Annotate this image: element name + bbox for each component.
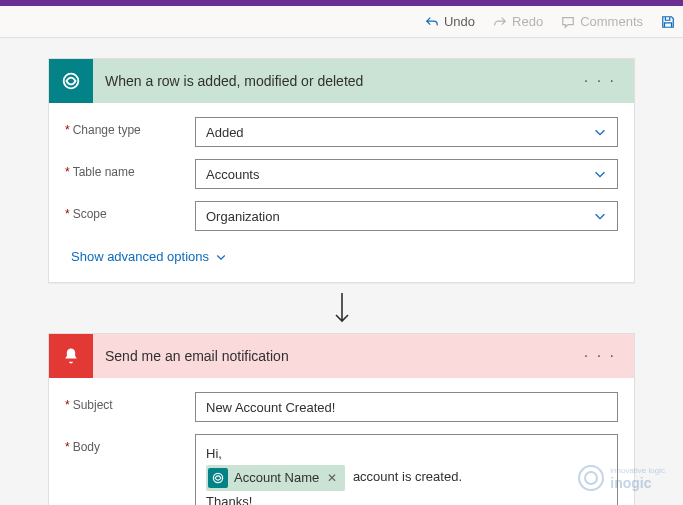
action-menu-button[interactable]: · · · [582, 343, 618, 369]
trigger-header[interactable]: When a row is added, modified or deleted… [49, 59, 634, 103]
undo-icon [425, 15, 439, 29]
arrow-down-icon [332, 291, 352, 325]
action-body: *Subject New Account Created! *Body Hi, [49, 378, 634, 505]
body-line2: Account Name ✕ account is created. [206, 465, 607, 491]
dataverse-icon [208, 468, 228, 488]
body-label: *Body [65, 434, 195, 454]
subject-label: *Subject [65, 392, 195, 412]
trigger-title: When a row is added, modified or deleted [105, 73, 570, 89]
trigger-body: *Change type Added *Table name Accounts [49, 103, 634, 282]
top-toolbar: Undo Redo Comments [0, 6, 683, 38]
flow-canvas: When a row is added, modified or deleted… [0, 38, 683, 505]
redo-button[interactable]: Redo [487, 10, 549, 33]
redo-label: Redo [512, 14, 543, 29]
field-change-type: *Change type Added [65, 117, 618, 147]
chevron-down-icon [215, 251, 227, 263]
field-subject: *Subject New Account Created! [65, 392, 618, 422]
scope-dropdown[interactable]: Organization [195, 201, 618, 231]
advanced-options-label: Show advanced options [71, 249, 209, 264]
change-type-value: Added [206, 125, 244, 140]
chevron-down-icon [593, 167, 607, 181]
comments-label: Comments [580, 14, 643, 29]
action-card: Send me an email notification · · · *Sub… [48, 333, 635, 505]
redo-icon [493, 15, 507, 29]
chevron-down-icon [593, 209, 607, 223]
save-icon [661, 15, 675, 29]
action-header[interactable]: Send me an email notification · · · [49, 334, 634, 378]
action-title: Send me an email notification [105, 348, 570, 364]
change-type-dropdown[interactable]: Added [195, 117, 618, 147]
table-name-label: *Table name [65, 159, 195, 179]
field-scope: *Scope Organization [65, 201, 618, 231]
scope-label: *Scope [65, 201, 195, 221]
scope-value: Organization [206, 209, 280, 224]
comments-button[interactable]: Comments [555, 10, 649, 33]
table-name-value: Accounts [206, 167, 259, 182]
comment-icon [561, 15, 575, 29]
chevron-down-icon [593, 125, 607, 139]
subject-input[interactable]: New Account Created! [195, 392, 618, 422]
save-button[interactable] [655, 11, 675, 33]
body-after-token: account is created. [353, 470, 462, 485]
body-line1: Hi, [206, 443, 607, 465]
undo-button[interactable]: Undo [419, 10, 481, 33]
field-body: *Body Hi, Account Name ✕ [65, 434, 618, 505]
body-input[interactable]: Hi, Account Name ✕ account is created. [195, 434, 618, 505]
notification-icon [49, 334, 93, 378]
show-advanced-options-link[interactable]: Show advanced options [71, 249, 227, 264]
change-type-label: *Change type [65, 117, 195, 137]
table-name-dropdown[interactable]: Accounts [195, 159, 618, 189]
undo-label: Undo [444, 14, 475, 29]
token-label: Account Name [234, 467, 319, 489]
flow-connector [48, 283, 635, 333]
body-line3: Thanks! [206, 491, 607, 505]
field-table-name: *Table name Accounts [65, 159, 618, 189]
dataverse-icon [49, 59, 93, 103]
subject-value: New Account Created! [206, 400, 335, 415]
trigger-card: When a row is added, modified or deleted… [48, 58, 635, 283]
dynamic-token-account-name[interactable]: Account Name ✕ [206, 465, 345, 491]
token-remove-button[interactable]: ✕ [325, 468, 339, 488]
trigger-menu-button[interactable]: · · · [582, 68, 618, 94]
